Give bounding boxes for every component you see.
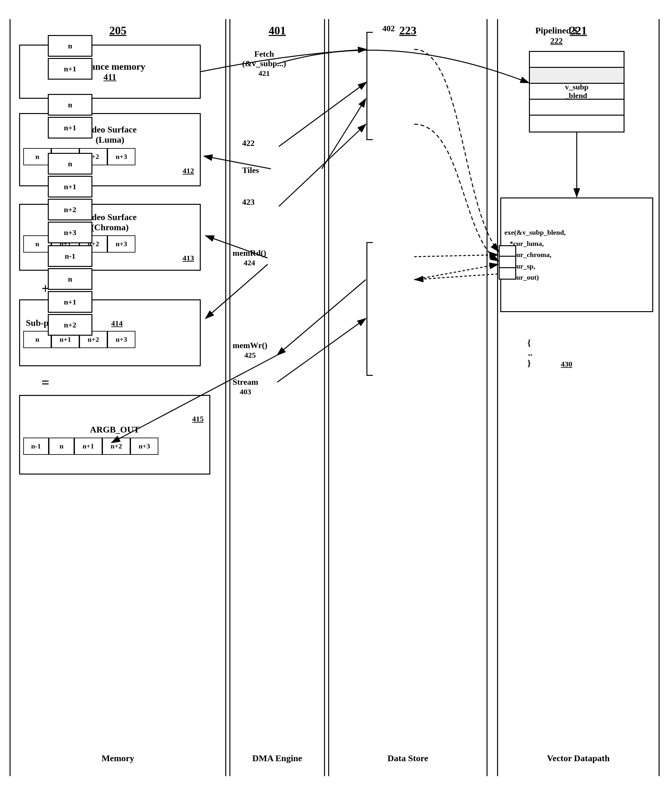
memrd-label: memRd()424 (232, 249, 266, 267)
ds-cell-n1-1: n+1 (48, 58, 92, 80)
memwr-label: memWr()425 (232, 341, 267, 360)
pipeline-label: Pipelined $ 222 (535, 25, 578, 46)
ds-cell-n-4: n (48, 268, 92, 290)
label-402: 402 (382, 24, 395, 33)
diagram: 205 Memory 401 DMA Engine 223 Data Store… (0, 0, 672, 808)
exe-box: exe(&v_subp_blend, *cur_luma, *cur_chrom… (500, 197, 653, 312)
pipeline-box: v_subp_blend (529, 51, 625, 132)
ds-cell-n2-4: n+2 (48, 314, 92, 336)
luma-box: Video Surface(Luma) n n+1 n+2 n+3 412 (19, 113, 201, 186)
datastore-footer: Data Store (329, 753, 486, 763)
chroma-tile-n: n (23, 235, 51, 252)
vector-header: 221 (498, 24, 659, 37)
col-datastore: 223 Data Store (328, 19, 488, 776)
argb-tile-n: n (49, 437, 74, 455)
fetch-label: Fetch(&v_subp...) 421 (242, 49, 286, 78)
sp-tile-n: n (23, 331, 51, 348)
ds-cell-n-2: n (48, 94, 92, 115)
memory-header: 205 (10, 24, 225, 37)
dma-header: 401 (231, 24, 324, 37)
argb-box: 415 ARGB_OUT n-1 n n+1 n+2 n+3 (19, 395, 210, 474)
instance-memory-id: 411 (104, 72, 116, 82)
ds-cell-nm1: n-1 (48, 245, 92, 267)
luma-tile-n3: n+3 (107, 148, 135, 165)
stream-label: Stream403 (232, 377, 258, 397)
label-430: 430 (561, 360, 572, 369)
argb-tile-n3: n+3 (130, 437, 158, 455)
luma-tile-n: n (23, 148, 51, 165)
col-vector: 221 Vector Datapath (497, 19, 660, 776)
ds-cell-n1-4: n+1 (48, 291, 92, 313)
argb-tile-n2: n+2 (102, 437, 130, 455)
memory-footer: Memory (10, 753, 225, 763)
ds-cell-n1-3: n+1 (48, 176, 92, 197)
label-423: 423 (242, 197, 254, 207)
tiles-label: Tiles (242, 165, 259, 175)
ds-cell-n1-2: n+1 (48, 117, 92, 139)
ds-cell-n3-3: n+3 (48, 222, 92, 243)
chroma-box: Video Surface(Chroma) n n+1 n+2 n+3 413 (19, 204, 201, 271)
chroma-tile-n3: n+3 (107, 235, 135, 252)
brace-stream (366, 242, 373, 376)
ds-cell-n-3: n (48, 153, 92, 175)
equals-label: = (42, 374, 49, 391)
ds-cell-n-1: n (48, 35, 92, 57)
argb-tile-nm1: n-1 (23, 437, 49, 455)
code-block: { .. } (526, 337, 532, 368)
dma-footer: DMA Engine (231, 753, 324, 763)
argb-tile-n1: n+1 (74, 437, 102, 455)
datastore-header: 223 (329, 24, 486, 37)
ds-cell-n2-3: n+2 (48, 199, 92, 220)
label-422: 422 (242, 139, 254, 148)
brace-402 (366, 32, 373, 140)
sp-tile-n3: n+3 (107, 331, 135, 348)
vector-footer: Vector Datapath (498, 753, 659, 763)
subpicture-box: Sub-picture 414 n n+1 n+2 n+3 (19, 299, 201, 366)
col-dma: 401 DMA Engine (229, 19, 325, 776)
vd-reg-stack (499, 245, 516, 280)
instance-memory-box: Instance memory 411 (19, 45, 201, 99)
